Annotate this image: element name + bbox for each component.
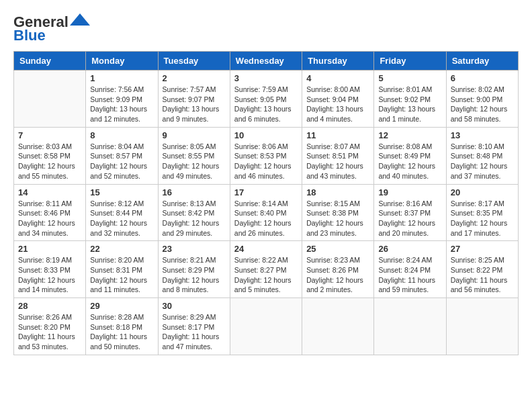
calendar-header-row: SundayMondayTuesdayWednesdayThursdayFrid…	[14, 52, 519, 71]
logo: General Blue	[13, 13, 90, 44]
day-number: 16	[163, 187, 226, 197]
calendar-cell: 18Sunrise: 8:15 AM Sunset: 8:38 PM Dayli…	[302, 184, 374, 241]
calendar-week-4: 21Sunrise: 8:19 AM Sunset: 8:33 PM Dayli…	[14, 241, 519, 298]
day-info: Sunrise: 8:22 AM Sunset: 8:27 PM Dayligh…	[234, 255, 298, 295]
calendar-cell	[446, 298, 518, 355]
day-info: Sunrise: 8:21 AM Sunset: 8:29 PM Dayligh…	[163, 255, 226, 295]
day-info: Sunrise: 8:13 AM Sunset: 8:42 PM Dayligh…	[163, 199, 226, 238]
day-number: 21	[18, 244, 81, 254]
calendar-cell: 3Sunrise: 7:59 AM Sunset: 9:05 PM Daylig…	[230, 71, 302, 128]
calendar-week-5: 28Sunrise: 8:26 AM Sunset: 8:20 PM Dayli…	[14, 298, 519, 355]
logo-icon	[70, 13, 90, 26]
day-number: 13	[451, 130, 514, 140]
day-info: Sunrise: 8:00 AM Sunset: 9:04 PM Dayligh…	[306, 85, 369, 124]
calendar-cell: 30Sunrise: 8:29 AM Sunset: 8:17 PM Dayli…	[158, 298, 230, 355]
calendar-cell: 11Sunrise: 8:07 AM Sunset: 8:51 PM Dayli…	[302, 127, 374, 184]
day-info: Sunrise: 8:01 AM Sunset: 9:02 PM Dayligh…	[378, 85, 441, 124]
day-number: 20	[451, 187, 514, 197]
day-info: Sunrise: 8:16 AM Sunset: 8:37 PM Dayligh…	[378, 199, 441, 238]
day-info: Sunrise: 8:23 AM Sunset: 8:26 PM Dayligh…	[306, 255, 369, 295]
header-saturday: Saturday	[446, 52, 518, 71]
day-number: 1	[90, 73, 153, 83]
calendar-cell: 28Sunrise: 8:26 AM Sunset: 8:20 PM Dayli…	[14, 298, 86, 355]
calendar-cell: 4Sunrise: 8:00 AM Sunset: 9:04 PM Daylig…	[302, 71, 374, 128]
calendar-week-1: 1Sunrise: 7:56 AM Sunset: 9:09 PM Daylig…	[14, 71, 519, 128]
page-header: General Blue	[13, 13, 519, 44]
calendar-cell: 21Sunrise: 8:19 AM Sunset: 8:33 PM Dayli…	[14, 241, 86, 298]
calendar-cell: 23Sunrise: 8:21 AM Sunset: 8:29 PM Dayli…	[158, 241, 230, 298]
header-tuesday: Tuesday	[158, 52, 230, 71]
day-info: Sunrise: 8:10 AM Sunset: 8:48 PM Dayligh…	[451, 142, 514, 181]
day-number: 18	[306, 187, 369, 197]
calendar-cell	[14, 71, 86, 128]
day-info: Sunrise: 7:59 AM Sunset: 9:05 PM Dayligh…	[234, 85, 298, 124]
day-number: 17	[234, 187, 298, 197]
day-info: Sunrise: 8:19 AM Sunset: 8:33 PM Dayligh…	[18, 255, 81, 295]
day-info: Sunrise: 8:25 AM Sunset: 8:22 PM Dayligh…	[451, 255, 514, 295]
calendar-cell: 1Sunrise: 7:56 AM Sunset: 9:09 PM Daylig…	[86, 71, 158, 128]
day-number: 5	[378, 73, 441, 83]
day-number: 2	[163, 73, 226, 83]
day-number: 9	[163, 130, 226, 140]
day-number: 4	[306, 73, 369, 83]
day-number: 14	[18, 187, 81, 197]
day-info: Sunrise: 8:03 AM Sunset: 8:58 PM Dayligh…	[18, 142, 81, 181]
day-info: Sunrise: 8:14 AM Sunset: 8:40 PM Dayligh…	[234, 199, 298, 238]
header-sunday: Sunday	[14, 52, 86, 71]
calendar-table: SundayMondayTuesdayWednesdayThursdayFrid…	[13, 51, 519, 355]
day-number: 29	[90, 301, 153, 311]
calendar-cell: 10Sunrise: 8:06 AM Sunset: 8:53 PM Dayli…	[230, 127, 302, 184]
day-number: 22	[90, 244, 153, 254]
day-info: Sunrise: 8:07 AM Sunset: 8:51 PM Dayligh…	[306, 142, 369, 181]
calendar-cell: 26Sunrise: 8:24 AM Sunset: 8:24 PM Dayli…	[374, 241, 446, 298]
logo-blue: Blue	[13, 27, 46, 44]
calendar-cell: 17Sunrise: 8:14 AM Sunset: 8:40 PM Dayli…	[230, 184, 302, 241]
day-info: Sunrise: 7:56 AM Sunset: 9:09 PM Dayligh…	[90, 85, 153, 124]
day-info: Sunrise: 8:08 AM Sunset: 8:49 PM Dayligh…	[378, 142, 441, 181]
day-info: Sunrise: 8:24 AM Sunset: 8:24 PM Dayligh…	[378, 255, 441, 295]
calendar-cell: 9Sunrise: 8:05 AM Sunset: 8:55 PM Daylig…	[158, 127, 230, 184]
day-number: 7	[18, 130, 81, 140]
calendar-cell: 2Sunrise: 7:57 AM Sunset: 9:07 PM Daylig…	[158, 71, 230, 128]
day-info: Sunrise: 8:17 AM Sunset: 8:35 PM Dayligh…	[451, 199, 514, 238]
day-number: 24	[234, 244, 298, 254]
day-info: Sunrise: 7:57 AM Sunset: 9:07 PM Dayligh…	[163, 85, 226, 124]
day-info: Sunrise: 8:02 AM Sunset: 9:00 PM Dayligh…	[451, 85, 514, 124]
day-number: 10	[234, 130, 298, 140]
day-number: 15	[90, 187, 153, 197]
svg-marker-0	[70, 13, 90, 26]
calendar-cell: 16Sunrise: 8:13 AM Sunset: 8:42 PM Dayli…	[158, 184, 230, 241]
day-info: Sunrise: 8:26 AM Sunset: 8:20 PM Dayligh…	[18, 312, 81, 352]
calendar-cell	[230, 298, 302, 355]
day-info: Sunrise: 8:12 AM Sunset: 8:44 PM Dayligh…	[90, 199, 153, 238]
calendar-cell	[302, 298, 374, 355]
day-number: 8	[90, 130, 153, 140]
day-number: 27	[451, 244, 514, 254]
day-info: Sunrise: 8:05 AM Sunset: 8:55 PM Dayligh…	[163, 142, 226, 181]
calendar-week-3: 14Sunrise: 8:11 AM Sunset: 8:46 PM Dayli…	[14, 184, 519, 241]
day-info: Sunrise: 8:06 AM Sunset: 8:53 PM Dayligh…	[234, 142, 298, 181]
day-info: Sunrise: 8:28 AM Sunset: 8:18 PM Dayligh…	[90, 312, 153, 352]
header-wednesday: Wednesday	[230, 52, 302, 71]
calendar-cell	[374, 298, 446, 355]
calendar-cell: 6Sunrise: 8:02 AM Sunset: 9:00 PM Daylig…	[446, 71, 518, 128]
day-number: 6	[451, 73, 514, 83]
calendar-cell: 29Sunrise: 8:28 AM Sunset: 8:18 PM Dayli…	[86, 298, 158, 355]
header-thursday: Thursday	[302, 52, 374, 71]
day-number: 11	[306, 130, 369, 140]
day-info: Sunrise: 8:29 AM Sunset: 8:17 PM Dayligh…	[163, 312, 226, 352]
day-info: Sunrise: 8:15 AM Sunset: 8:38 PM Dayligh…	[306, 199, 369, 238]
header-friday: Friday	[374, 52, 446, 71]
day-number: 28	[18, 301, 81, 311]
header-monday: Monday	[86, 52, 158, 71]
day-number: 23	[163, 244, 226, 254]
calendar-cell: 13Sunrise: 8:10 AM Sunset: 8:48 PM Dayli…	[446, 127, 518, 184]
day-number: 30	[163, 301, 226, 311]
calendar-cell: 27Sunrise: 8:25 AM Sunset: 8:22 PM Dayli…	[446, 241, 518, 298]
calendar-cell: 14Sunrise: 8:11 AM Sunset: 8:46 PM Dayli…	[14, 184, 86, 241]
calendar-week-2: 7Sunrise: 8:03 AM Sunset: 8:58 PM Daylig…	[14, 127, 519, 184]
day-number: 19	[378, 187, 441, 197]
day-number: 26	[378, 244, 441, 254]
day-info: Sunrise: 8:11 AM Sunset: 8:46 PM Dayligh…	[18, 199, 81, 238]
calendar-cell: 7Sunrise: 8:03 AM Sunset: 8:58 PM Daylig…	[14, 127, 86, 184]
